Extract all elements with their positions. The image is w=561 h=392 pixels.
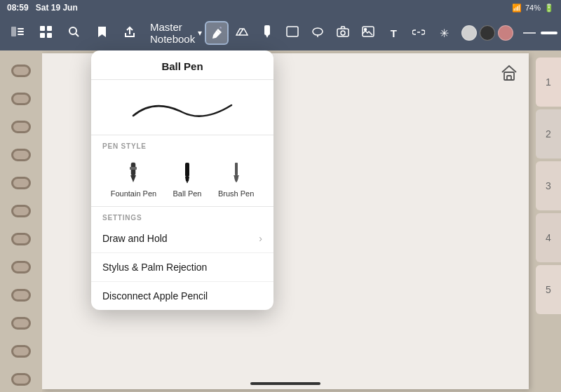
- spiral-ring: [11, 149, 31, 161]
- sidebar-toggle-button[interactable]: [6, 21, 29, 45]
- pen-styles-list: Fountain Pen Ball Pen: [102, 157, 262, 201]
- wand-tool-button[interactable]: ✳: [432, 21, 456, 45]
- lasso-icon: [311, 25, 324, 41]
- home-indicator: [250, 382, 320, 385]
- svg-rect-28: [185, 163, 189, 177]
- color-light-gray-swatch[interactable]: [461, 25, 477, 41]
- draw-and-hold-chevron-icon: ›: [259, 233, 262, 244]
- color-dark-swatch[interactable]: [480, 25, 495, 41]
- marker-tool-button[interactable]: [255, 21, 279, 45]
- brush-pen-label: Brush Pen: [218, 189, 254, 198]
- spiral-ring: [11, 373, 31, 386]
- thin-stroke-option[interactable]: [522, 29, 537, 36]
- bookmark-icon: [97, 26, 107, 41]
- time-display: 08:59: [7, 3, 29, 13]
- pen-tool-button[interactable]: [205, 21, 229, 45]
- page-tab-3[interactable]: 3: [536, 161, 561, 210]
- grid-view-button[interactable]: [34, 21, 58, 45]
- search-icon: [68, 26, 79, 40]
- select-icon: [286, 26, 299, 40]
- search-button[interactable]: [62, 21, 86, 45]
- pen-style-label: Pen Style: [102, 142, 262, 150]
- toolbar: Master Notebook ▾: [0, 15, 561, 50]
- drawing-tools: T ✳: [205, 21, 456, 45]
- spiral-ring: [11, 177, 31, 189]
- page-tab-2[interactable]: 2: [536, 109, 561, 158]
- settings-section: Settings Draw and Hold › Stylus & Palm R…: [91, 207, 273, 310]
- stylus-palm-rejection-label: Stylus & Palm Rejection: [102, 262, 207, 273]
- svg-point-13: [313, 28, 323, 35]
- spiral-ring: [11, 289, 31, 302]
- page-tab-4[interactable]: 4: [536, 213, 561, 262]
- battery-icon: 🔋: [544, 4, 554, 13]
- spiral-ring: [11, 233, 31, 245]
- bookmark-button[interactable]: [90, 21, 114, 45]
- sidebar-icon: [11, 27, 24, 39]
- brush-pen-option[interactable]: Brush Pen: [211, 157, 261, 201]
- spiral-ring: [11, 317, 31, 330]
- date-display: Sat 19 Jun: [36, 3, 78, 13]
- svg-rect-5: [47, 26, 52, 31]
- battery-level: 74%: [525, 4, 541, 12]
- svg-rect-4: [40, 26, 45, 31]
- svg-point-8: [69, 27, 76, 34]
- disconnect-apple-pencil-row[interactable]: Disconnect Apple Pencil: [91, 282, 273, 310]
- brush-pen-icon-wrap: [224, 160, 249, 185]
- grid-icon: [40, 26, 52, 41]
- notebook-title[interactable]: Master Notebook ▾: [150, 21, 202, 45]
- text-icon: T: [391, 27, 397, 39]
- image-tool-button[interactable]: [356, 21, 380, 45]
- svg-rect-20: [541, 32, 557, 34]
- spiral-ring: [11, 205, 31, 217]
- toolbar-left: [6, 21, 142, 45]
- ball-pen-label: Ball Pen: [173, 189, 202, 198]
- stylus-palm-rejection-row[interactable]: Stylus & Palm Rejection: [91, 253, 273, 282]
- fountain-pen-label: Fountain Pen: [111, 189, 156, 198]
- select-tool-button[interactable]: [280, 21, 304, 45]
- color-pink-swatch[interactable]: [498, 25, 513, 41]
- svg-rect-0: [11, 27, 16, 36]
- home-button[interactable]: [496, 60, 522, 86]
- fountain-pen-option[interactable]: Fountain Pen: [104, 157, 163, 201]
- svg-rect-7: [47, 33, 52, 38]
- svg-rect-12: [287, 27, 298, 36]
- lasso-tool-button[interactable]: [306, 21, 330, 45]
- spiral-side: [0, 50, 42, 392]
- spiral-ring: [11, 261, 31, 273]
- tab-label-5: 5: [546, 284, 551, 295]
- link-tool-button[interactable]: [407, 21, 431, 45]
- page-tab-5[interactable]: 5: [536, 265, 561, 314]
- share-icon: [124, 26, 135, 41]
- color-swatches: [461, 25, 513, 41]
- status-icons: 📶 74% 🔋: [512, 4, 554, 13]
- spiral-ring: [11, 121, 31, 133]
- status-bar: 08:59 Sat 19 Jun 📶 74% 🔋: [0, 0, 561, 15]
- svg-line-9: [76, 34, 79, 36]
- spiral-ring: [11, 65, 31, 77]
- disconnect-apple-pencil-label: Disconnect Apple Pencil: [102, 290, 208, 302]
- camera-tool-button[interactable]: [331, 21, 355, 45]
- camera-icon: [337, 26, 349, 40]
- chevron-down-icon: ▾: [198, 28, 202, 38]
- tab-label-3: 3: [546, 180, 551, 191]
- settings-section-label: Settings: [91, 207, 273, 224]
- ball-pen-option[interactable]: Ball Pen: [166, 157, 209, 201]
- page-tab-1[interactable]: 1: [536, 58, 561, 107]
- svg-point-16: [341, 31, 345, 35]
- text-tool-button[interactable]: T: [381, 21, 405, 45]
- draw-and-hold-row[interactable]: Draw and Hold ›: [91, 224, 273, 253]
- medium-stroke-option[interactable]: [539, 29, 559, 37]
- link-icon: [412, 27, 425, 39]
- svg-rect-30: [235, 163, 238, 175]
- eraser-tool-button[interactable]: [230, 21, 254, 45]
- toolbar-center: Master Notebook ▾: [150, 21, 202, 45]
- svg-rect-27: [130, 167, 137, 170]
- svg-rect-6: [40, 33, 45, 38]
- notebook-title-text: Master Notebook: [150, 21, 195, 45]
- wifi-icon: 📶: [512, 4, 522, 13]
- wand-icon: ✳: [440, 27, 449, 40]
- pen-preview: [91, 80, 273, 135]
- dropdown-title-text: Ball Pen: [161, 60, 203, 72]
- pen-dropdown-panel: Ball Pen Pen Style Fountain Pen: [91, 50, 273, 310]
- share-button[interactable]: [118, 21, 142, 45]
